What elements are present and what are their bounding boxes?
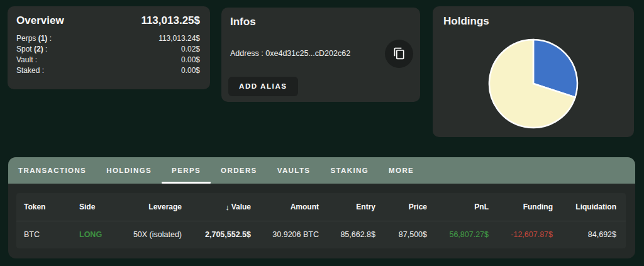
- overview-row-value: 0.00$: [181, 65, 200, 76]
- overview-row-perps: Perps (1) : 113,013.24$: [16, 33, 200, 44]
- tab-bar: TRANSACTIONS HOLDINGS PERPS ORDERS VAULT…: [8, 157, 635, 184]
- infos-title: Infos: [221, 8, 420, 28]
- address-row: Address : 0xe4d31c25...cD202c62: [230, 39, 413, 68]
- holdings-card: Holdings: [433, 6, 634, 137]
- tab-perps[interactable]: PERPS: [162, 157, 211, 184]
- overview-card: Overview 113,013.25$ Perps (1) : 113,013…: [8, 6, 210, 89]
- holdings-pie[interactable]: [486, 36, 580, 131]
- cell-entry: 85,662.8$: [320, 230, 377, 239]
- sort-descending-icon: ↓: [225, 202, 230, 212]
- column-header-amount[interactable]: Amount: [252, 202, 320, 211]
- cell-liquidation: 84,692$: [554, 230, 626, 239]
- overview-row-spot: Spot (2) : 0.02$: [16, 44, 200, 55]
- overview-row-label: Vault :: [16, 55, 37, 65]
- column-header-entry[interactable]: Entry: [320, 202, 377, 211]
- overview-row-value: 0.00$: [181, 55, 200, 65]
- cell-pnl: 56,807.27$: [428, 230, 490, 239]
- overview-row-vault: Vault : 0.00$: [16, 55, 200, 65]
- overview-row-label: Staked :: [16, 65, 44, 76]
- overview-row-staked: Staked : 0.00$: [16, 65, 200, 76]
- tab-orders[interactable]: ORDERS: [211, 157, 267, 184]
- overview-title: Overview: [16, 14, 64, 27]
- tab-more[interactable]: MORE: [379, 157, 424, 184]
- tab-holdings[interactable]: HOLDINGS: [96, 157, 162, 184]
- copy-icon: [393, 47, 406, 60]
- overview-total-value: 113,013.25$: [141, 14, 200, 27]
- cell-leverage: 50X (isolated): [117, 230, 183, 239]
- perps-table: Token Side Leverage ↓ Value Amount Entry…: [16, 193, 626, 248]
- tab-staking[interactable]: STAKING: [320, 157, 379, 184]
- column-header-value[interactable]: ↓ Value: [183, 202, 252, 212]
- column-header-liquidation[interactable]: Liquidation: [554, 202, 626, 211]
- cell-price: 87,500$: [377, 230, 428, 239]
- column-header-funding[interactable]: Funding: [490, 202, 554, 211]
- infos-card: Infos Address : 0xe4d31c25...cD202c62 AD…: [221, 8, 420, 102]
- table-row[interactable]: BTC LONG 50X (isolated) 2,705,552.5$ 30.…: [16, 221, 626, 248]
- wallet-address: Address : 0xe4d31c25...cD202c62: [230, 49, 350, 58]
- holdings-title: Holdings: [433, 6, 634, 28]
- cell-funding: -12,607.87$: [490, 230, 554, 239]
- copy-address-button[interactable]: [385, 40, 413, 68]
- overview-rows: Perps (1) : 113,013.24$ Spot (2) : 0.02$…: [8, 33, 210, 76]
- column-header-leverage[interactable]: Leverage: [117, 202, 183, 211]
- tab-vaults[interactable]: VAULTS: [267, 157, 321, 184]
- column-header-side[interactable]: Side: [72, 202, 117, 211]
- column-header-price[interactable]: Price: [377, 202, 428, 211]
- cell-side: LONG: [72, 230, 117, 239]
- column-header-pnl[interactable]: PnL: [428, 202, 490, 211]
- overview-row-label: Spot (2) :: [16, 44, 47, 55]
- cell-token: BTC: [16, 230, 72, 239]
- cell-value: 2,705,552.5$: [183, 230, 252, 239]
- overview-header: Overview 113,013.25$: [8, 6, 210, 33]
- table-header-row: Token Side Leverage ↓ Value Amount Entry…: [16, 193, 626, 221]
- overview-row-value: 0.02$: [181, 44, 200, 55]
- overview-row-value: 113,013.24$: [158, 33, 200, 44]
- add-alias-button[interactable]: ADD ALIAS: [228, 77, 298, 96]
- overview-row-label: Perps (1) :: [16, 33, 52, 44]
- positions-panel: TRANSACTIONS HOLDINGS PERPS ORDERS VAULT…: [8, 157, 635, 258]
- tab-transactions[interactable]: TRANSACTIONS: [8, 157, 96, 184]
- column-header-token[interactable]: Token: [16, 202, 72, 211]
- cell-amount: 30.9206 BTC: [252, 230, 320, 239]
